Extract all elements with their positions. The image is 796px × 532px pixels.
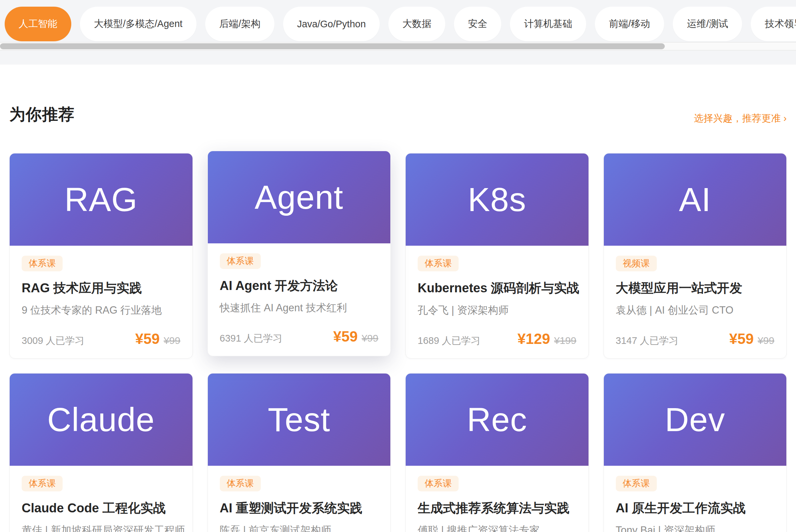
course-prices: ¥59¥99 [333,328,378,345]
banner-word: Test [268,400,330,439]
course-card[interactable]: Claude体系课Claude Code 工程化实战黄佳 | 新加坡科研局资深研… [9,373,193,532]
course-body: 体系课AI 原生开发工作流实战Tony Bai | 资深架构师 [604,466,787,532]
course-type-badge: 体系课 [22,256,62,271]
course-banner: Agent [208,151,391,243]
course-card[interactable]: Agent体系课AI Agent 开发方法论快速抓住 AI Agent 技术红利… [207,151,391,356]
recommend-section: 为你推荐 选择兴趣，推荐更准 › RAG体系课RAG 技术应用与实践9 位技术专… [0,64,796,532]
course-price: ¥129 [518,330,550,347]
banner-word: Agent [255,178,344,216]
course-title: Claude Code 工程化实战 [22,501,181,516]
course-body: 体系课Kubernetes 源码剖析与实战孔令飞 | 资深架构师1689 人已学… [406,246,589,358]
course-prices: ¥59¥99 [135,330,180,347]
course-subtitle: 孔令飞 | 资深架构师 [418,304,576,317]
course-prices: ¥129¥199 [518,330,576,347]
course-body: 体系课生成式推荐系统算法与实践傅聪 | 搜推广资深算法专家 [406,466,589,532]
course-banner: K8s [406,153,589,246]
course-old-price: ¥99 [758,335,774,346]
nav-pill-1[interactable]: 人工智能 [5,7,71,41]
nav-scrollbar-thumb[interactable] [0,43,665,49]
nav-pill-9[interactable]: 运维/测试 [673,7,742,41]
course-title: AI 重塑测试开发系统实践 [220,501,379,516]
course-title: AI 原生开发工作流实战 [616,501,775,516]
banner-word: K8s [468,180,526,219]
course-type-badge: 体系课 [418,256,459,271]
section-header: 为你推荐 选择兴趣，推荐更准 › [9,64,787,125]
course-title: 生成式推荐系统算法与实践 [418,501,576,516]
course-subtitle: 黄佳 | 新加坡科研局资深研发工程师 [22,524,181,532]
course-card[interactable]: Test体系课AI 重塑测试开发系统实践陈磊 | 前京东测试架构师 [207,373,391,532]
course-learners: 1689 人已学习 [418,334,481,347]
banner-word: RAG [64,180,137,219]
banner-word: Rec [467,400,527,439]
nav-pill-10[interactable]: 技术领导力 [751,7,796,41]
course-body: 视频课大模型应用一站式开发袁从德 | AI 创业公司 CTO3147 人已学习¥… [604,246,787,358]
nav-pill-3[interactable]: 后端/架构 [205,7,274,41]
course-subtitle: 9 位技术专家的 RAG 行业落地 [22,304,181,317]
course-learners: 3009 人已学习 [22,334,85,347]
course-type-badge: 体系课 [616,476,657,491]
course-body: 体系课AI Agent 开发方法论快速抓住 AI Agent 技术红利6391 … [208,243,391,356]
course-card[interactable]: K8s体系课Kubernetes 源码剖析与实战孔令飞 | 资深架构师1689 … [405,153,589,359]
course-body: 体系课RAG 技术应用与实践9 位技术专家的 RAG 行业落地3009 人已学习… [10,246,192,358]
course-price: ¥59 [135,330,160,347]
course-card[interactable]: Rec体系课生成式推荐系统算法与实践傅聪 | 搜推广资深算法专家 [405,373,589,532]
course-title: AI Agent 开发方法论 [220,278,379,293]
course-old-price: ¥99 [164,335,180,346]
course-prices: ¥59¥99 [729,330,774,347]
course-type-badge: 视频课 [616,256,657,271]
course-type-badge: 体系课 [418,476,459,491]
banner-word: AI [679,180,711,219]
banner-word: Claude [47,400,155,439]
course-learners: 3147 人已学习 [616,334,679,347]
course-banner: AI [604,153,787,246]
course-card[interactable]: RAG体系课RAG 技术应用与实践9 位技术专家的 RAG 行业落地3009 人… [9,153,193,359]
course-banner: Claude [10,374,192,466]
nav-pill-7[interactable]: 计算机基础 [510,7,586,41]
course-old-price: ¥199 [554,335,576,346]
nav-pill-6[interactable]: 安全 [454,7,501,41]
course-banner: RAG [10,153,192,246]
course-card[interactable]: Dev体系课AI 原生开发工作流实战Tony Bai | 资深架构师 [604,373,787,532]
course-subtitle: 傅聪 | 搜推广资深算法专家 [418,524,576,532]
course-subtitle: 快速抓住 AI Agent 技术红利 [220,302,379,315]
banner-word: Dev [665,400,725,439]
course-subtitle: 陈磊 | 前京东测试架构师 [220,524,379,532]
course-card[interactable]: AI视频课大模型应用一站式开发袁从德 | AI 创业公司 CTO3147 人已学… [604,153,787,359]
course-body: 体系课Claude Code 工程化实战黄佳 | 新加坡科研局资深研发工程师 [10,466,192,532]
course-title: RAG 技术应用与实践 [22,281,181,296]
course-type-badge: 体系课 [220,476,261,491]
course-banner: Dev [604,374,787,466]
nav-pill-4[interactable]: Java/Go/Python [283,7,380,41]
course-price: ¥59 [333,328,358,345]
course-type-badge: 体系课 [220,253,261,269]
course-subtitle: Tony Bai | 资深架构师 [616,524,775,532]
course-meta: 3147 人已学习¥59¥99 [616,330,775,347]
course-banner: Test [208,374,391,466]
course-type-badge: 体系课 [22,476,62,491]
category-topbar: 人工智能大模型/多模态/Agent后端/架构Java/Go/Python大数据安… [0,0,796,64]
course-body: 体系课AI 重塑测试开发系统实践陈磊 | 前京东测试架构师 [208,466,391,532]
cards-row-2: Claude体系课Claude Code 工程化实战黄佳 | 新加坡科研局资深研… [9,373,787,532]
course-title: Kubernetes 源码剖析与实战 [418,281,576,296]
course-price: ¥59 [729,330,754,347]
course-title: 大模型应用一站式开发 [616,281,775,296]
course-banner: Rec [406,374,589,466]
cards-row-1: RAG体系课RAG 技术应用与实践9 位技术专家的 RAG 行业落地3009 人… [9,153,787,359]
nav-pill-2[interactable]: 大模型/多模态/Agent [80,7,197,41]
page: 人工智能大模型/多模态/Agent后端/架构Java/Go/Python大数据安… [0,0,796,532]
course-meta: 3009 人已学习¥59¥99 [22,330,181,347]
nav-scrollbar-track[interactable] [0,42,796,51]
course-meta: 6391 人已学习¥59¥99 [220,328,379,345]
nav-pill-8[interactable]: 前端/移动 [595,7,664,41]
nav-pills: 人工智能大模型/多模态/Agent后端/架构Java/Go/Python大数据安… [0,0,796,42]
course-old-price: ¥99 [362,332,378,344]
course-subtitle: 袁从德 | AI 创业公司 CTO [616,304,775,317]
course-learners: 6391 人已学习 [220,332,283,345]
course-meta: 1689 人已学习¥129¥199 [418,330,576,347]
choose-interest-link[interactable]: 选择兴趣，推荐更准 › [694,112,787,125]
section-title: 为你推荐 [9,104,75,125]
nav-pill-5[interactable]: 大数据 [388,7,445,41]
topbar-spacer [0,51,796,64]
